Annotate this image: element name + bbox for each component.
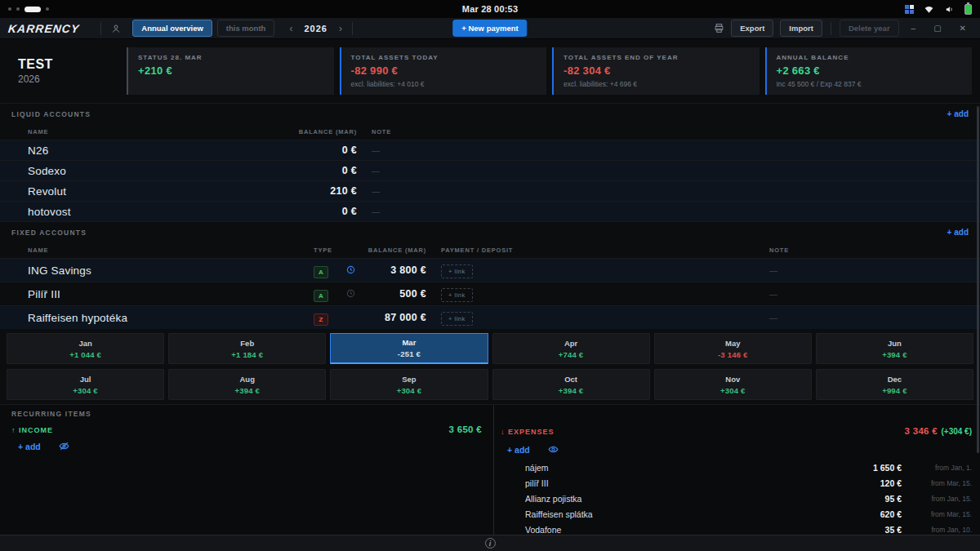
expense-name: pilíř III bbox=[525, 478, 812, 488]
table-row[interactable]: Revolut 210 € — bbox=[0, 180, 980, 201]
account-name: Pilíř III bbox=[28, 288, 314, 300]
close-button[interactable]: ✕ bbox=[954, 24, 972, 33]
recurring-expenses-column: ↓ EXPENSES 3 346 € (+304 €) + add nájem bbox=[494, 405, 980, 535]
month-label: Mar bbox=[402, 338, 416, 347]
month-balance: -251 € bbox=[398, 349, 421, 358]
list-item[interactable]: pilíř III 120 € from Mar, 15. bbox=[501, 475, 972, 491]
col-balance: BALANCE (MAR) bbox=[256, 128, 357, 136]
recurring-items-title: RECURRING ITEMS bbox=[11, 410, 482, 418]
eye-off-icon[interactable] bbox=[59, 441, 69, 451]
col-note: NOTE bbox=[357, 128, 972, 136]
summary-card-label: TOTAL ASSETS END OF YEAR bbox=[564, 54, 750, 61]
month-tile[interactable]: Apr +744 € bbox=[492, 333, 650, 364]
month-tile[interactable]: Feb +1 184 € bbox=[168, 333, 326, 364]
dot-icon bbox=[8, 7, 11, 11]
scrollbar[interactable] bbox=[977, 106, 979, 453]
delete-year-button[interactable]: Delete year bbox=[840, 20, 899, 37]
account-balance: 0 € bbox=[256, 206, 357, 217]
this-month-button[interactable]: this month bbox=[217, 20, 275, 37]
month-label: Jun bbox=[888, 339, 902, 348]
add-income-link[interactable]: + add bbox=[18, 442, 41, 451]
table-row[interactable]: hotovost 0 € — bbox=[0, 201, 980, 221]
user-icon[interactable] bbox=[111, 24, 121, 33]
schedule-clock-icon bbox=[346, 287, 355, 301]
account-balance: 3 800 € bbox=[366, 264, 426, 276]
summary-card-value: +210 € bbox=[138, 64, 324, 77]
col-payment-deposit: PAYMENT / DEPOSIT bbox=[426, 247, 769, 254]
list-item[interactable]: nájem 1 650 € from Jan, 1. bbox=[501, 460, 972, 475]
liquid-table: N26 0 € — Sodexo 0 € — Revolut 210 € — bbox=[0, 140, 980, 221]
maximize-button[interactable]: ▢ bbox=[928, 24, 947, 33]
account-name: hotovost bbox=[28, 206, 256, 218]
month-label: Nov bbox=[725, 375, 740, 384]
list-item[interactable]: Raiffeisen splátka 620 € from Mar, 15. bbox=[501, 506, 972, 522]
system-clock: Mar 28 00:53 bbox=[462, 4, 518, 14]
minimize-button[interactable]: – bbox=[906, 24, 922, 33]
month-label: Oct bbox=[564, 375, 577, 384]
add-expense-link[interactable]: + add bbox=[507, 445, 530, 455]
month-tile[interactable]: Sep +304 € bbox=[330, 369, 488, 400]
table-row[interactable]: Sodexo 0 € — bbox=[0, 160, 980, 180]
month-tile[interactable]: Jun +394 € bbox=[816, 333, 973, 364]
month-tile[interactable]: Aug +394 € bbox=[168, 369, 326, 400]
next-year-button[interactable]: › bbox=[339, 23, 342, 34]
month-balance: -3 146 € bbox=[718, 350, 747, 359]
expense-name: nájem bbox=[525, 463, 812, 473]
month-tile[interactable]: May -3 146 € bbox=[654, 333, 812, 364]
account-note: — bbox=[357, 207, 972, 216]
print-icon[interactable] bbox=[714, 23, 724, 33]
month-balance: +744 € bbox=[559, 350, 584, 359]
month-tile[interactable]: Nov +304 € bbox=[654, 369, 812, 400]
expense-start-date: from Mar, 15. bbox=[902, 479, 972, 487]
divider bbox=[831, 22, 831, 35]
import-button[interactable]: Import bbox=[780, 20, 822, 37]
info-icon[interactable]: i bbox=[485, 538, 496, 549]
year-label: 2026 bbox=[304, 24, 327, 33]
link-payment-button[interactable]: + link bbox=[441, 312, 473, 326]
dot-icon bbox=[46, 7, 49, 11]
month-tile[interactable]: Jul +304 € bbox=[7, 369, 164, 400]
volume-icon[interactable] bbox=[944, 5, 955, 14]
add-liquid-account-link[interactable]: + add bbox=[947, 109, 969, 118]
battery-icon[interactable] bbox=[964, 4, 972, 15]
account-note: — bbox=[769, 266, 972, 275]
table-row[interactable]: ING Savings A 3 800 € + link — bbox=[0, 258, 980, 282]
eye-icon[interactable] bbox=[548, 444, 559, 455]
input-language-icon[interactable] bbox=[905, 5, 914, 14]
dot-icon bbox=[16, 7, 20, 11]
account-name: Raiffeisen hypotéka bbox=[28, 312, 314, 324]
wifi-icon[interactable] bbox=[924, 5, 934, 14]
month-balance: +1 044 € bbox=[69, 350, 101, 359]
account-name: Sodexo bbox=[28, 165, 256, 177]
annual-overview-button[interactable]: Annual overview bbox=[132, 20, 212, 37]
month-tile[interactable]: Oct +394 € bbox=[492, 369, 650, 400]
export-button[interactable]: Export bbox=[731, 20, 773, 37]
fixed-table: ING Savings A 3 800 € + link — Pilíř III… bbox=[0, 258, 980, 329]
table-row[interactable]: Pilíř III A 500 € + link — bbox=[0, 282, 980, 305]
project-year: 2026 bbox=[18, 73, 121, 85]
link-payment-button[interactable]: + link bbox=[441, 264, 473, 278]
schedule-clock-icon bbox=[346, 263, 355, 278]
month-balance: +304 € bbox=[397, 386, 422, 395]
summary-card: TOTAL ASSETS END OF YEAR -82 304 € excl.… bbox=[552, 47, 760, 95]
link-payment-button[interactable]: + link bbox=[441, 288, 473, 302]
app-window: Mar 28 00:53 KARRENCY Annual overview th… bbox=[0, 0, 980, 551]
add-fixed-account-link[interactable]: + add bbox=[947, 228, 969, 237]
list-item[interactable]: Allianz pojistka 95 € from Jan, 15. bbox=[501, 491, 972, 506]
month-tile[interactable]: Mar -251 € bbox=[330, 333, 488, 364]
liquid-table-header: NAME BALANCE (MAR) NOTE bbox=[0, 124, 980, 140]
prev-year-button[interactable]: ‹ bbox=[289, 23, 292, 34]
expense-start-date: from Jan, 1. bbox=[902, 464, 972, 472]
month-tile[interactable]: Jan +1 044 € bbox=[7, 333, 164, 364]
new-payment-button[interactable]: + New payment bbox=[452, 20, 527, 37]
account-name: N26 bbox=[28, 144, 256, 157]
month-tile[interactable]: Dec +994 € bbox=[816, 369, 973, 400]
table-row[interactable]: Raiffeisen hypotéka Z 87 000 € + link — bbox=[0, 305, 980, 329]
account-note: — bbox=[769, 290, 972, 299]
arrow-up-icon: ↑ bbox=[11, 426, 16, 434]
expense-start-date: from Jan, 10. bbox=[902, 526, 972, 534]
window-indicator-dots bbox=[8, 7, 172, 12]
month-label: Apr bbox=[564, 339, 577, 348]
table-row[interactable]: N26 0 € — bbox=[0, 140, 980, 160]
account-note: — bbox=[769, 313, 972, 322]
